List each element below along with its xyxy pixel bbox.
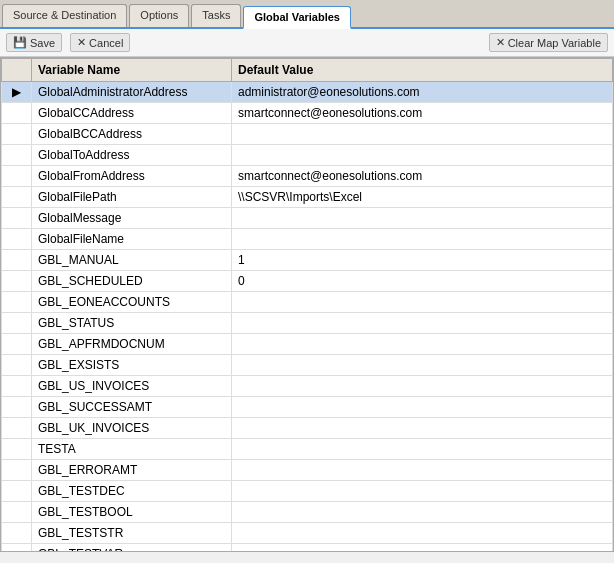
table-row[interactable]: GBL_MANUAL1 [2, 250, 613, 271]
table-row[interactable]: GBL_SCHEDULED0 [2, 271, 613, 292]
variable-name: GBL_SUCCESSAMT [32, 397, 232, 418]
row-selector [2, 145, 32, 166]
clear-map-variable-button[interactable]: ✕ Clear Map Variable [489, 33, 608, 52]
table-row[interactable]: GBL_US_INVOICES [2, 376, 613, 397]
default-value [232, 376, 613, 397]
default-value [232, 292, 613, 313]
cancel-icon: ✕ [77, 36, 86, 49]
table-row[interactable]: GBL_ERRORAMT [2, 460, 613, 481]
table-row[interactable]: GBL_EXSISTS [2, 355, 613, 376]
default-value [232, 208, 613, 229]
variable-name: GBL_ERRORAMT [32, 460, 232, 481]
row-selector [2, 544, 32, 553]
default-value: 0 [232, 271, 613, 292]
toolbar: 💾 Save ✕ Cancel ✕ Clear Map Variable [0, 29, 614, 57]
table-container[interactable]: Variable Name Default Value ▶GlobalAdmin… [0, 57, 614, 552]
variable-name: GBL_UK_INVOICES [32, 418, 232, 439]
row-selector [2, 250, 32, 271]
table-row[interactable]: GBL_APFRMDOCNUM [2, 334, 613, 355]
default-value [232, 145, 613, 166]
row-selector [2, 397, 32, 418]
variable-name: GlobalMessage [32, 208, 232, 229]
table-row[interactable]: TESTA [2, 439, 613, 460]
row-selector [2, 334, 32, 355]
default-value [232, 460, 613, 481]
table-row[interactable]: GBL_TESTVAR [2, 544, 613, 553]
tab-global-variables[interactable]: Global Variables [243, 6, 351, 29]
variable-name: GBL_TESTSTR [32, 523, 232, 544]
row-selector [2, 124, 32, 145]
row-selector: ▶ [2, 82, 32, 103]
default-value: 1 [232, 250, 613, 271]
col-variable-name: Variable Name [32, 59, 232, 82]
clear-icon: ✕ [496, 36, 505, 49]
tab-source-destination[interactable]: Source & Destination [2, 4, 127, 27]
tabs-bar: Source & DestinationOptionsTasksGlobal V… [0, 0, 614, 29]
variable-name: GlobalCCAddress [32, 103, 232, 124]
row-selector [2, 460, 32, 481]
row-selector [2, 229, 32, 250]
default-value [232, 523, 613, 544]
table-row[interactable]: ▶GlobalAdministratorAddressadministrator… [2, 82, 613, 103]
default-value: administrator@eonesolutions.com [232, 82, 613, 103]
row-selector [2, 187, 32, 208]
default-value [232, 313, 613, 334]
variable-name: TESTA [32, 439, 232, 460]
variable-name: GBL_MANUAL [32, 250, 232, 271]
variable-name: GBL_SCHEDULED [32, 271, 232, 292]
row-selector [2, 418, 32, 439]
row-selector [2, 355, 32, 376]
variable-name: GBL_EONEACCOUNTS [32, 292, 232, 313]
variable-name: GlobalFromAddress [32, 166, 232, 187]
default-value [232, 544, 613, 553]
variable-name: GBL_TESTBOOL [32, 502, 232, 523]
variable-name: GBL_EXSISTS [32, 355, 232, 376]
default-value [232, 229, 613, 250]
tab-options[interactable]: Options [129, 4, 189, 27]
row-selector [2, 502, 32, 523]
row-selector [2, 208, 32, 229]
save-icon: 💾 [13, 36, 27, 49]
row-selector [2, 523, 32, 544]
save-label: Save [30, 37, 55, 49]
variables-table: Variable Name Default Value ▶GlobalAdmin… [1, 58, 613, 552]
clear-map-variable-label: Clear Map Variable [508, 37, 601, 49]
table-row[interactable]: GlobalCCAddresssmartconnect@eonesolution… [2, 103, 613, 124]
table-row[interactable]: GBL_STATUS [2, 313, 613, 334]
table-row[interactable]: GBL_UK_INVOICES [2, 418, 613, 439]
table-body: ▶GlobalAdministratorAddressadministrator… [2, 82, 613, 553]
cancel-label: Cancel [89, 37, 123, 49]
table-row[interactable]: GlobalFilePath\\SCSVR\Imports\Excel [2, 187, 613, 208]
table-row[interactable]: GBL_TESTBOOL [2, 502, 613, 523]
default-value [232, 418, 613, 439]
table-row[interactable]: GlobalFileName [2, 229, 613, 250]
table-row[interactable]: GlobalBCCAddress [2, 124, 613, 145]
table-row[interactable]: GBL_EONEACCOUNTS [2, 292, 613, 313]
row-selector [2, 481, 32, 502]
variable-name: GlobalBCCAddress [32, 124, 232, 145]
variable-name: GBL_TESTDEC [32, 481, 232, 502]
tab-tasks[interactable]: Tasks [191, 4, 241, 27]
default-value [232, 502, 613, 523]
default-value [232, 481, 613, 502]
default-value [232, 334, 613, 355]
variable-name: GlobalAdministratorAddress [32, 82, 232, 103]
save-button[interactable]: 💾 Save [6, 33, 62, 52]
row-selector [2, 103, 32, 124]
row-selector [2, 439, 32, 460]
variable-name: GBL_TESTVAR [32, 544, 232, 553]
variable-name: GBL_US_INVOICES [32, 376, 232, 397]
table-row[interactable]: GlobalFromAddresssmartconnect@eonesoluti… [2, 166, 613, 187]
cancel-button[interactable]: ✕ Cancel [70, 33, 130, 52]
table-row[interactable]: GlobalMessage [2, 208, 613, 229]
table-row[interactable]: GBL_TESTDEC [2, 481, 613, 502]
table-row[interactable]: GBL_TESTSTR [2, 523, 613, 544]
col-default-value: Default Value [232, 59, 613, 82]
default-value [232, 439, 613, 460]
row-selector [2, 292, 32, 313]
table-row[interactable]: GBL_SUCCESSAMT [2, 397, 613, 418]
variable-name: GlobalFilePath [32, 187, 232, 208]
table-row[interactable]: GlobalToAddress [2, 145, 613, 166]
variable-name: GlobalToAddress [32, 145, 232, 166]
default-value [232, 355, 613, 376]
